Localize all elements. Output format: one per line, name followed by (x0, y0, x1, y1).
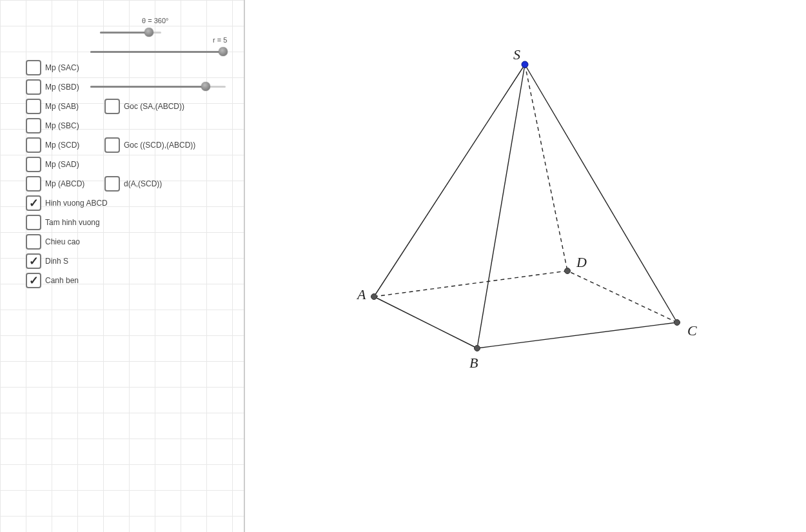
label-hinhvuong: Hinh vuong ABCD (45, 199, 108, 208)
slider-third[interactable] (90, 83, 226, 92)
svg-text:S: S (513, 46, 520, 63)
pyramid-diagram: SABCD (245, 0, 806, 532)
label-mp-scd: Mp (SCD) (45, 141, 79, 150)
label-d-a: d(A,(SCD)) (124, 179, 162, 188)
svg-text:A: A (356, 286, 366, 302)
label-mp-sab: Mp (SAB) (45, 102, 79, 111)
label-tam-hinhvuong: Tam hinh vuong (45, 218, 100, 227)
svg-text:C: C (687, 322, 697, 339)
slider-theta[interactable] (100, 28, 161, 37)
checkbox-mp-sab[interactable] (26, 99, 41, 114)
checkbox-mp-sac[interactable] (26, 60, 41, 75)
checkbox-mp-abcd[interactable] (26, 176, 41, 192)
checkbox-hinhvuong[interactable] (26, 195, 41, 211)
checkbox-mp-scd[interactable] (26, 137, 41, 153)
label-mp-abcd: Mp (ABCD) (45, 179, 84, 188)
label-mp-sac: Mp (SAC) (45, 63, 79, 72)
checkbox-canh-ben[interactable] (26, 273, 41, 288)
checkbox-mp-sbd[interactable] (26, 79, 41, 95)
svg-line-0 (374, 64, 525, 297)
slider-theta-label: θ = 360° (142, 17, 168, 25)
svg-point-11 (565, 268, 571, 274)
slider-r-label: r = 5 (213, 36, 227, 44)
svg-point-10 (674, 320, 680, 326)
svg-line-2 (525, 64, 677, 322)
slider-theta-row: θ = 360° (26, 18, 232, 37)
svg-line-3 (374, 297, 477, 348)
label-dinh-s: Dinh S (45, 257, 68, 266)
checkbox-goc-sa[interactable] (104, 99, 120, 114)
label-mp-sbc: Mp (SBC) (45, 121, 79, 130)
slider-r[interactable] (90, 48, 226, 57)
label-canh-ben: Canh ben (45, 276, 79, 285)
svg-line-4 (477, 322, 677, 348)
checkbox-d-a[interactable] (104, 176, 120, 192)
checkbox-mp-sbc[interactable] (26, 118, 41, 133)
label-goc-sa: Goc (SA,(ABCD)) (124, 102, 184, 111)
svg-point-9 (475, 346, 480, 351)
svg-point-12 (522, 61, 528, 68)
svg-line-5 (525, 64, 567, 271)
label-mp-sbd: Mp (SBD) (45, 83, 79, 92)
svg-point-8 (371, 294, 377, 300)
label-chieucao: Chieu cao (45, 237, 80, 246)
slider-r-row: r = 5 (26, 37, 232, 57)
checkbox-chieucao[interactable] (26, 234, 41, 250)
svg-text:B: B (469, 355, 478, 371)
checkbox-mp-sad[interactable] (26, 157, 41, 172)
label-goc-scd: Goc ((SCD),(ABCD)) (124, 141, 195, 150)
view-3d[interactable]: SABCD (245, 0, 806, 532)
svg-text:D: D (576, 254, 587, 270)
checkbox-dinh-s[interactable] (26, 253, 41, 269)
svg-line-6 (374, 271, 567, 297)
label-mp-sad: Mp (SAD) (45, 160, 79, 169)
checkbox-tam-hinhvuong[interactable] (26, 215, 41, 230)
svg-line-7 (567, 271, 677, 322)
checkbox-goc-scd[interactable] (104, 137, 120, 153)
svg-line-1 (477, 64, 525, 348)
control-panel: θ = 360° r = 5 Mp (SAC) Mp (SBD) (0, 0, 245, 532)
